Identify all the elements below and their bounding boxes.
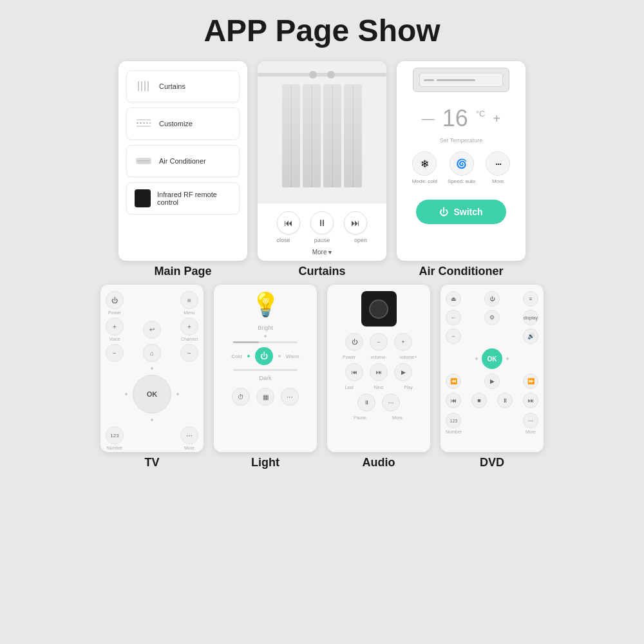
mode-speed[interactable]: 🌀 Speed: auto (448, 151, 475, 184)
ac-temp-unit: °C (476, 109, 486, 118)
ac-mode-row: ❄ Mode: cold 🌀 Speed: auto ··· More (412, 151, 510, 184)
audio-pause-btn[interactable]: ⏸ (357, 393, 375, 412)
menu-item-curtains[interactable]: Curtains (126, 70, 240, 102)
dvd-nav-section: OK (446, 348, 538, 369)
mode-cold[interactable]: ❄ Mode: cold (412, 151, 437, 184)
customize-icon (135, 115, 153, 133)
svg-rect-0 (138, 81, 139, 91)
menu-item-ir[interactable]: Infrared RF remote control (126, 182, 240, 214)
audio-next-btn[interactable]: ⏭ (370, 363, 388, 381)
dvd-rew-btn[interactable]: ⏪ (446, 374, 461, 389)
curtain-rail (258, 73, 386, 77)
cold-warm-section: Cold ⏻ Warm (219, 347, 312, 365)
tv-back-btn[interactable]: ↩ (143, 321, 161, 339)
color-temp-slider[interactable] (233, 369, 298, 371)
mode-cold-label: Mode: cold (412, 178, 437, 184)
audio-more-btn[interactable]: ··· (382, 393, 400, 412)
dvd-ffwd-btn[interactable]: ⏩ (523, 374, 538, 389)
tv-row-2: + Voice ↩ + Channel (106, 317, 198, 341)
light-timer-btn[interactable]: ⏱ (232, 388, 250, 406)
temp-plus[interactable]: + (493, 111, 500, 126)
tv-ch-minus[interactable]: − (180, 344, 198, 362)
curtain-panel-1 (282, 84, 300, 187)
bright-slider[interactable] (233, 341, 298, 343)
audio-power-btn[interactable]: ⏻ (345, 333, 363, 351)
dvd-display-btn[interactable]: display (523, 310, 538, 325)
dvd-minus-btn[interactable]: − (446, 328, 461, 344)
page-title: APP Page Show (204, 13, 440, 48)
dvd-power-btn[interactable]: ⏻ (484, 291, 500, 307)
dvd-vol-btn[interactable]: 🔊 (523, 328, 538, 344)
brightness-section: Bright (219, 325, 312, 343)
audio-vol-plus[interactable]: + (394, 333, 412, 351)
curtain-buttons: ⏮ ⏸ ⏭ (277, 211, 367, 234)
dvd-eject-btn[interactable]: ⏏ (446, 291, 461, 307)
tv-num-btn[interactable]: 123 (106, 426, 124, 444)
dvd-more-btn[interactable]: ··· (523, 413, 538, 428)
mode-more-label: More (492, 178, 504, 184)
tv-ch-plus[interactable]: + (180, 317, 198, 336)
tv-ok-btn[interactable]: OK (133, 375, 171, 413)
curtain-panel-2 (303, 84, 321, 187)
dvd-screen: ⏏ ⏻ ≡ ← ⚙ display − 🔊 OK (440, 285, 544, 452)
mode-speed-btn: 🌀 (450, 151, 474, 176)
tv-more-btn[interactable]: ··· (180, 426, 198, 444)
bulb-icon: 💡 (251, 291, 280, 318)
tv-vol-plus[interactable]: + (106, 317, 124, 336)
light-controls: ⏱ ▦ ··· (232, 388, 299, 406)
curtain-btn-labels: close pause open (272, 237, 372, 243)
svg-rect-8 (137, 160, 150, 162)
audio-row-2: ⏮ ⏭ ▶ (332, 363, 425, 381)
light-power-btn[interactable]: ⏻ (255, 347, 273, 365)
audio-play-btn[interactable]: ▶ (394, 363, 412, 381)
main-label: Main Page (154, 265, 211, 278)
menu-text-ac: Air Conditioner (159, 157, 206, 165)
menu-text-customize: Customize (159, 120, 193, 128)
top-row: Curtains Customize (118, 61, 526, 278)
dvd-num-btn[interactable]: 123 (446, 413, 461, 428)
temp-minus[interactable]: — (422, 111, 435, 126)
audio-last-btn[interactable]: ⏮ (345, 363, 363, 381)
switch-btn-text: Switch (453, 207, 482, 217)
switch-button[interactable]: ⏻ Switch (416, 200, 506, 224)
tv-power-btn[interactable]: ⏻ (106, 291, 124, 309)
dvd-settings-btn[interactable]: ⚙ (484, 310, 500, 325)
ac-screen: — 16 °C + Set Temperature ❄ Mode: cold 🌀… (397, 61, 526, 261)
menu-text-ir: Infrared RF remote control (157, 191, 231, 206)
svg-rect-2 (144, 81, 146, 91)
light-scene-btn[interactable]: ▦ (256, 388, 274, 406)
dvd-ok-btn[interactable]: OK (482, 348, 502, 369)
tv-vol-minus[interactable]: − (106, 344, 124, 362)
tv-home-btn[interactable]: ⌂ (143, 344, 161, 362)
audio-vol-minus[interactable]: − (370, 333, 388, 351)
dvd-play-btn[interactable]: ▶ (484, 374, 500, 389)
power-icon: ⏻ (439, 207, 448, 217)
light-more-btn[interactable]: ··· (281, 388, 299, 406)
tv-label: TV (144, 456, 159, 469)
tv-center: OK (106, 375, 198, 413)
tv-menu-btn[interactable]: ≡ (180, 291, 198, 309)
speaker-icon (361, 291, 397, 327)
curtains-screen: ⏮ ⏸ ⏭ close pause open More ▾ (258, 61, 386, 261)
dvd-stop-btn[interactable]: ■ (471, 393, 487, 408)
mode-more[interactable]: ··· More (486, 151, 510, 184)
open-button[interactable]: ⏭ (344, 211, 367, 234)
dvd-dot-right (506, 357, 509, 360)
ir-icon (135, 189, 151, 207)
dvd-back-btn[interactable]: ← (446, 310, 461, 325)
menu-item-customize[interactable]: Customize (126, 108, 240, 140)
dvd-pause-btn[interactable]: ⏸ (497, 393, 513, 408)
pause-button[interactable]: ⏸ (310, 211, 334, 234)
menu-item-ac[interactable]: Air Conditioner (126, 145, 240, 177)
close-label: close (272, 237, 295, 243)
tv-dot-top (151, 367, 153, 370)
dvd-next-btn[interactable]: ⏭ (523, 393, 538, 408)
dvd-prev-btn[interactable]: ⏮ (446, 393, 461, 408)
close-button[interactable]: ⏮ (277, 211, 300, 234)
curtains-icon (135, 77, 153, 95)
page-wrapper: APP Page Show Curtains (0, 0, 644, 644)
dvd-row-1: ⏏ ⏻ ≡ (446, 291, 538, 307)
more-link[interactable]: More ▾ (312, 249, 332, 256)
dvd-menu-btn[interactable]: ≡ (523, 291, 538, 307)
audio-screen: ⏻ − + Power volume- volume+ ⏮ ⏭ ▶ Last N… (327, 285, 430, 452)
